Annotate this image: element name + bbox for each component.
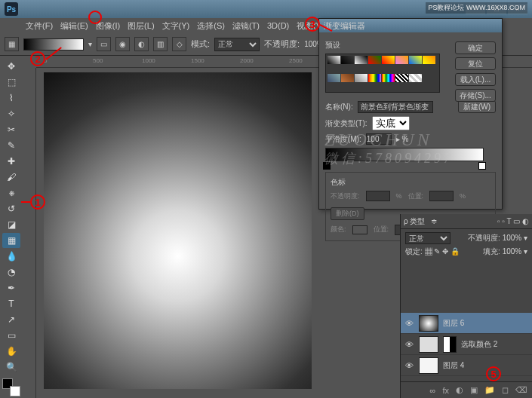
menu-type[interactable]: 文字(Y): [159, 19, 193, 33]
history-brush-tool[interactable]: ↺: [2, 201, 20, 216]
pen-tool[interactable]: ✒: [2, 280, 20, 295]
menu-3d[interactable]: 3D(D): [264, 20, 292, 32]
gradient-radial-icon[interactable]: ◉: [115, 37, 130, 51]
gradient-reflected-icon[interactable]: ▥: [153, 37, 168, 51]
menu-image[interactable]: 图像(I): [93, 19, 123, 33]
ok-button[interactable]: 确定: [455, 41, 496, 54]
gradient-preview[interactable]: [23, 38, 84, 51]
blend-mode-select[interactable]: 正常: [214, 38, 260, 51]
layer-thumb[interactable]: [419, 315, 438, 332]
layer-mask-thumb[interactable]: [443, 336, 457, 353]
tool-palette: ✥ ⬚ ⌇ ✧ ✂ ✎ ✚ 🖌 ⎈ ↺ ◪ ▦ 💧 ◔ ✒ T ↗ ▭ ✋ 🔍 …: [2, 57, 21, 398]
layers-panel: ρ 类型 ≑ ▫ ▫ T ▭ ◐ 正常 不透明度: 100% ▾ 锁定: ▦ ✎…: [400, 214, 532, 398]
preset-swatch[interactable]: [395, 56, 408, 64]
layer-thumb[interactable]: [419, 336, 438, 353]
document-canvas[interactable]: [44, 72, 312, 389]
layer-thumb[interactable]: [419, 357, 438, 374]
preset-swatch[interactable]: [409, 74, 422, 82]
ruler-tick: 1000: [142, 57, 155, 64]
smooth-input[interactable]: [366, 133, 392, 145]
preset-swatch[interactable]: [423, 56, 435, 64]
delete-stop-button[interactable]: 删除(D): [331, 207, 364, 220]
color-stop-left[interactable]: [323, 162, 331, 170]
gradient-diamond-icon[interactable]: ◇: [172, 37, 186, 51]
preset-swatch[interactable]: [395, 74, 408, 82]
visibility-icon[interactable]: 👁: [404, 319, 414, 328]
type-label: 渐变类型(T):: [325, 118, 367, 129]
shape-tool[interactable]: ▭: [2, 328, 20, 343]
filter-dropdown-icon[interactable]: ≑: [431, 217, 437, 225]
eraser-tool[interactable]: ◪: [2, 217, 20, 232]
zoom-tool[interactable]: 🔍: [2, 360, 20, 375]
gradient-bar[interactable]: [325, 148, 484, 161]
ruler-tick: 2000: [240, 57, 254, 64]
preset-swatch[interactable]: [382, 74, 395, 82]
menu-file[interactable]: 文件(F): [23, 19, 56, 33]
new-layer-icon[interactable]: ◻: [502, 385, 509, 395]
preset-swatch[interactable]: [341, 74, 354, 82]
preset-swatch[interactable]: [409, 56, 422, 64]
tool-preset-icon[interactable]: ▦: [5, 37, 19, 51]
group-icon[interactable]: 📁: [484, 385, 495, 395]
stop-opacity-input[interactable]: [366, 191, 390, 201]
preset-swatch[interactable]: [382, 56, 395, 64]
path-tool[interactable]: ↗: [2, 312, 20, 327]
trash-icon[interactable]: ⌫: [515, 385, 527, 395]
menu-layer[interactable]: 图层(L): [125, 19, 157, 33]
crop-tool[interactable]: ✂: [2, 122, 20, 137]
layer-row[interactable]: 👁 图层 4: [401, 355, 532, 376]
wand-tool[interactable]: ✧: [2, 106, 20, 121]
gradient-name-input[interactable]: [358, 101, 433, 113]
link-icon[interactable]: ∞: [430, 386, 436, 395]
blur-tool[interactable]: 💧: [2, 249, 20, 264]
new-button[interactable]: 新建(W): [458, 100, 496, 113]
adjustment-icon[interactable]: ▣: [470, 385, 478, 395]
ruler-tick: 0: [44, 57, 47, 64]
stop-pos2-label: 位置:: [374, 225, 389, 234]
background-color[interactable]: [10, 386, 20, 396]
color-swatches[interactable]: [2, 378, 20, 396]
cancel-button[interactable]: 复位: [455, 57, 496, 70]
type-tool[interactable]: T: [2, 296, 20, 311]
mask-icon[interactable]: ◐: [456, 385, 463, 395]
preset-swatch[interactable]: [341, 56, 354, 64]
preset-swatch[interactable]: [368, 56, 381, 64]
load-button[interactable]: 载入(L)...: [455, 73, 496, 86]
marquee-tool[interactable]: ⬚: [2, 75, 20, 90]
filter-kind[interactable]: ρ 类型: [404, 216, 425, 227]
menu-filter[interactable]: 滤镜(T): [229, 19, 263, 33]
preset-swatch[interactable]: [328, 74, 340, 82]
layer-blend-select[interactable]: 正常: [405, 232, 451, 244]
layer-row[interactable]: 👁 图层 6: [401, 313, 532, 334]
visibility-icon[interactable]: 👁: [404, 340, 414, 349]
hand-tool[interactable]: ✋: [2, 344, 20, 359]
lasso-tool[interactable]: ⌇: [2, 90, 20, 106]
fx-icon[interactable]: fx: [442, 386, 449, 395]
menu-edit[interactable]: 编辑(E): [57, 19, 91, 33]
layer-row[interactable]: 👁 选取颜色 2: [401, 334, 532, 355]
preset-swatch[interactable]: [328, 56, 340, 64]
heal-tool[interactable]: ✚: [2, 154, 20, 169]
preset-swatch[interactable]: [355, 74, 367, 82]
fill-value[interactable]: 100%: [503, 247, 522, 256]
menu-select[interactable]: 选择(S): [194, 19, 228, 33]
visibility-icon[interactable]: 👁: [404, 361, 414, 370]
layers-bottom-bar: ∞ fx ◐ ▣ 📁 ◻ ⌫: [401, 381, 532, 398]
stop-pos-input[interactable]: [429, 191, 454, 201]
move-tool[interactable]: ✥: [2, 59, 20, 74]
gradient-type-select[interactable]: 实底: [372, 116, 410, 130]
preset-swatch[interactable]: [368, 74, 381, 82]
layer-opacity-value[interactable]: 100%: [503, 234, 522, 242]
dodge-tool[interactable]: ◔: [2, 265, 20, 280]
brush-tool[interactable]: 🖌: [2, 170, 20, 185]
color-stop-right[interactable]: [478, 162, 486, 170]
stamp-tool[interactable]: ⎈: [2, 185, 20, 201]
gradient-dropdown-icon[interactable]: ▾: [88, 40, 92, 48]
gradient-tool[interactable]: ▦: [2, 233, 20, 248]
stop-color-swatch[interactable]: [352, 225, 367, 234]
gradient-angle-icon[interactable]: ◐: [134, 37, 149, 51]
save-button[interactable]: 存储(S)...: [455, 89, 496, 102]
gradient-linear-icon[interactable]: ▭: [97, 37, 111, 51]
preset-swatch[interactable]: [355, 56, 367, 64]
eyedropper-tool[interactable]: ✎: [2, 138, 20, 153]
